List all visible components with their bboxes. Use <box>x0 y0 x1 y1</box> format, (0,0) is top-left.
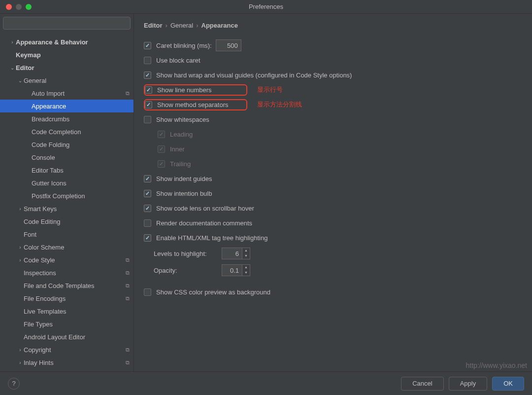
cancel-button[interactable]: Cancel <box>401 377 443 391</box>
tree-item-label: Code Folding <box>32 141 130 148</box>
tree-item-smart-keys[interactable]: ›Smart Keys <box>0 202 133 215</box>
tree-item-editor-tabs[interactable]: Editor Tabs <box>0 164 133 177</box>
tree-item-label: Android Layout Editor <box>24 333 130 341</box>
chevron-icon: › <box>17 206 24 212</box>
breadcrumb: Editor›General›Appearance <box>144 22 522 29</box>
tree-item-code-style[interactable]: ›Code Style⧉ <box>0 253 133 266</box>
tree-item-label: File Types <box>24 321 130 328</box>
copy-profile-icon: ⧉ <box>126 283 130 289</box>
tree-item-breadcrumbs[interactable]: Breadcrumbs <box>0 112 133 125</box>
search-input[interactable] <box>3 17 131 30</box>
levels-spinner[interactable]: ▲▼ <box>222 248 250 259</box>
levels-input[interactable] <box>222 248 242 259</box>
hard-wrap-checkbox[interactable] <box>144 72 151 79</box>
tree-item-label: Appearance & Behavior <box>16 38 130 46</box>
tree-item-postfix-completion[interactable]: Postfix Completion <box>0 189 133 202</box>
tree-item-gutter-icons[interactable]: Gutter Icons <box>0 177 133 189</box>
settings-tree[interactable]: ›Appearance & BehaviorKeymap⌄Editor⌄Gene… <box>0 33 133 371</box>
html-highlight-label: Enable HTML/XML tag tree highlighting <box>156 234 267 242</box>
tree-item-label: Color Scheme <box>24 244 130 251</box>
chevron-icon: › <box>17 257 24 263</box>
tree-item-appearance[interactable]: Appearance <box>0 100 133 112</box>
tree-item-label: Auto Import <box>32 90 126 97</box>
tree-item-android-layout-editor[interactable]: Android Layout Editor <box>0 330 133 343</box>
copy-profile-icon: ⧉ <box>126 257 130 263</box>
tree-item-live-templates[interactable]: Live Templates <box>0 305 133 318</box>
tree-item-file-encodings[interactable]: File Encodings⧉ <box>0 292 133 305</box>
window-title: Preferences <box>0 3 532 10</box>
tree-item-label: Console <box>32 154 130 161</box>
tree-item-keymap[interactable]: Keymap <box>0 48 133 61</box>
copy-profile-icon: ⧉ <box>126 359 130 366</box>
intention-bulb-label: Show intention bulb <box>156 190 212 197</box>
render-doc-label: Render documentation comments <box>156 219 252 227</box>
tree-item-code-completion[interactable]: Code Completion <box>0 125 133 138</box>
tree-item-label: Inlay Hints <box>24 359 126 366</box>
css-preview-checkbox[interactable] <box>144 288 151 296</box>
spinner-down-icon[interactable]: ▼ <box>242 253 250 259</box>
tree-item-label: General <box>24 77 130 84</box>
spinner-down-icon[interactable]: ▼ <box>242 270 250 276</box>
ok-button[interactable]: OK <box>492 377 524 391</box>
caret-blinking-input[interactable] <box>216 39 241 51</box>
tree-item-code-folding[interactable]: Code Folding <box>0 138 133 151</box>
hard-wrap-label: Show hard wrap and visual guides (config… <box>156 72 352 79</box>
whitespaces-checkbox[interactable] <box>144 116 151 123</box>
tree-item-appearance-behavior[interactable]: ›Appearance & Behavior <box>0 36 133 48</box>
tree-item-console[interactable]: Console <box>0 151 133 164</box>
sidebar: ⌕ ›Appearance & BehaviorKeymap⌄Editor⌄Ge… <box>0 14 134 371</box>
annotation-method-sep: 显示方法分割线 <box>257 100 302 109</box>
tree-item-editor[interactable]: ⌄Editor <box>0 61 133 74</box>
inner-checkbox <box>158 145 165 153</box>
tree-item-label: Editor <box>16 64 130 72</box>
watermark: http://www.yixao.net <box>466 361 527 369</box>
inner-label: Inner <box>170 145 185 153</box>
tree-item-label: Gutter Icons <box>32 180 130 187</box>
css-preview-label: Show CSS color preview as background <box>156 288 270 296</box>
method-sep-label: Show method separators <box>157 101 229 108</box>
tree-item-copyright[interactable]: ›Copyright⧉ <box>0 343 133 356</box>
copy-profile-icon: ⧉ <box>126 90 130 97</box>
tree-item-label: Keymap <box>16 51 130 59</box>
main-panel: Editor›General›Appearance Caret blinking… <box>134 14 532 371</box>
block-caret-label: Use block caret <box>156 57 200 64</box>
tree-item-inspections[interactable]: Inspections⧉ <box>0 266 133 279</box>
trailing-checkbox <box>158 160 165 168</box>
spinner-up-icon[interactable]: ▲ <box>242 248 250 253</box>
caret-blinking-checkbox[interactable] <box>144 42 151 49</box>
chevron-icon: ⌄ <box>17 78 24 83</box>
line-numbers-checkbox[interactable] <box>145 86 152 94</box>
intention-bulb-checkbox[interactable] <box>144 190 151 197</box>
highlight-box-method-sep: Show method separators <box>144 99 247 110</box>
render-doc-checkbox[interactable] <box>144 219 151 227</box>
tree-item-label: Postfix Completion <box>32 192 130 200</box>
tree-item-color-scheme[interactable]: ›Color Scheme <box>0 241 133 253</box>
tree-item-auto-import[interactable]: Auto Import⧉ <box>0 87 133 100</box>
html-highlight-checkbox[interactable] <box>144 234 151 242</box>
tree-item-general[interactable]: ⌄General <box>0 74 133 87</box>
indent-guides-checkbox[interactable] <box>144 175 151 182</box>
tree-item-label: Code Editing <box>24 218 130 225</box>
tree-item-inlay-hints[interactable]: ›Inlay Hints⧉ <box>0 356 133 369</box>
help-button[interactable]: ? <box>8 378 20 390</box>
tree-item-label: Breadcrumbs <box>32 115 130 123</box>
tree-item-file-types[interactable]: File Types <box>0 318 133 330</box>
tree-item-font[interactable]: Font <box>0 228 133 241</box>
chevron-icon: › <box>17 347 24 353</box>
method-sep-checkbox[interactable] <box>145 101 152 108</box>
opacity-input[interactable] <box>222 264 242 276</box>
tree-item-label: Smart Keys <box>24 205 130 213</box>
block-caret-checkbox[interactable] <box>144 57 151 64</box>
tree-item-label: Appearance <box>32 103 130 110</box>
tree-item-code-editing[interactable]: Code Editing <box>0 215 133 228</box>
spinner-up-icon[interactable]: ▲ <box>242 265 250 270</box>
opacity-spinner[interactable]: ▲▼ <box>222 264 250 276</box>
tree-item-label: Font <box>24 231 130 238</box>
tree-item-label: Copyright <box>24 346 126 354</box>
chevron-icon: ⌄ <box>9 65 16 71</box>
code-lens-checkbox[interactable] <box>144 205 151 212</box>
tree-item-file-and-code-templates[interactable]: File and Code Templates⧉ <box>0 279 133 292</box>
tree-item-label: File and Code Templates <box>24 282 126 289</box>
indent-guides-label: Show indent guides <box>156 175 212 182</box>
apply-button[interactable]: Apply <box>449 377 488 391</box>
